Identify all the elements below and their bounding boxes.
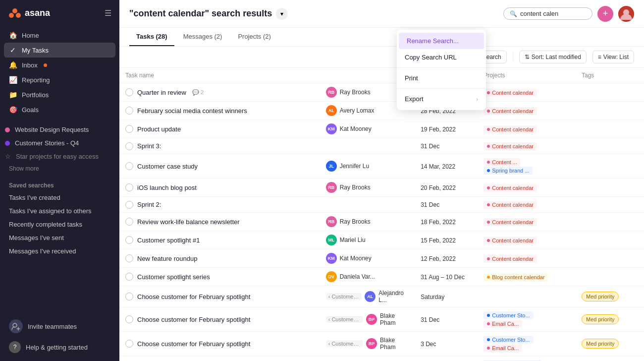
add-button[interactable]: + [597, 6, 613, 22]
projects-cell-14: Customer Stories... Email... [478, 356, 576, 361]
task-checkbox[interactable] [125, 315, 133, 323]
tags-cell-12: Med priority [576, 307, 644, 332]
assignee-cell-6 [320, 197, 415, 213]
task-checkbox[interactable] [125, 254, 133, 262]
task-checkbox[interactable] [125, 340, 133, 348]
project-tag-dot [487, 91, 490, 94]
assignee-avatar: JL [326, 161, 337, 172]
saved-search-sent[interactable]: Messages I've sent [0, 231, 119, 244]
task-checkbox[interactable] [125, 162, 133, 170]
saved-search-created[interactable]: Tasks I've created [0, 191, 119, 204]
task-checkbox[interactable] [125, 125, 133, 133]
check-icon: ✓ [9, 46, 17, 54]
portfolios-icon: 📁 [9, 91, 17, 99]
sidebar-item-home[interactable]: 🏠 Home [4, 28, 115, 43]
projects-cell-11 [478, 286, 576, 307]
sidebar-item-goals[interactable]: 🎯 Goals [4, 102, 115, 117]
invite-icon [9, 319, 23, 333]
view-button[interactable]: ≡ View: List [592, 51, 634, 63]
task-checkbox[interactable] [125, 88, 133, 96]
assignee-avatar: KM [326, 253, 337, 264]
sidebar-item-label: Home [22, 32, 39, 39]
task-checkbox[interactable] [125, 183, 133, 191]
hamburger-icon[interactable]: ☰ [105, 8, 111, 18]
project-tag: Spring brand ... [483, 167, 533, 175]
tags-cell-2 [576, 120, 644, 138]
sidebar-item-my-tasks[interactable]: ✓ My Tasks [4, 43, 115, 58]
project-tag: Content calendar [483, 107, 537, 115]
sidebar-item-customer-stories[interactable]: Customer Stories - Q4 [0, 136, 119, 150]
task-checkbox[interactable] [125, 107, 133, 115]
tags-cell-5 [576, 179, 644, 197]
invite-teammates-button[interactable]: Invite teammates [4, 315, 115, 337]
star-icon: ☆ [5, 153, 11, 160]
task-cell-4: Customer case study [119, 154, 320, 179]
saved-searches-title: Saved searches [0, 176, 119, 191]
table-row: Choose customer for February spotlight‹ … [119, 307, 644, 332]
dropdown-item-export[interactable]: Export › [397, 91, 486, 107]
assignee-cell-14: ‹ Customer sp›BP Blake Pham [320, 356, 415, 361]
project-tag: Content calendar [483, 218, 537, 226]
col-header-projects: Projects [478, 68, 576, 83]
sidebar-item-label: Goals [22, 106, 39, 114]
dropdown-item-rename[interactable]: Rename Search... [399, 33, 484, 49]
tab-messages[interactable]: Messages (2) [176, 28, 229, 46]
col-header-tags: Tags [576, 68, 644, 83]
sidebar-header: asana ☰ [0, 0, 119, 26]
title-dropdown-button[interactable]: ▾ [276, 8, 288, 20]
due-date-cell-9: 12 Feb, 2022 [415, 249, 478, 268]
projects-cell-8: Content calendar [478, 231, 576, 249]
project-color-dot [5, 141, 10, 146]
sort-icon: ⇅ [525, 54, 530, 60]
task-cell-10: Customer spotlight series [119, 268, 320, 286]
topbar: "content calendar" search results ▾ 🔍 + [119, 0, 644, 28]
due-date-cell-14: 11 Dec [415, 356, 478, 361]
assignee-avatar: RB [326, 216, 337, 227]
task-checkbox[interactable] [125, 236, 133, 244]
tags-cell-1 [576, 102, 644, 120]
task-checkbox[interactable] [125, 218, 133, 226]
task-cell-1: February social media contest winners [119, 102, 320, 120]
help-button[interactable]: ? Help & getting started [4, 337, 115, 357]
dropdown-item-print[interactable]: Print [397, 70, 486, 86]
task-checkbox[interactable] [125, 201, 133, 209]
project-tag-dot [487, 186, 490, 189]
dropdown-divider-2 [397, 88, 486, 89]
results-table-container: Task name Due date Projects Tags Quarter… [119, 68, 644, 361]
dropdown-item-copy-url[interactable]: Copy Search URL [397, 49, 486, 65]
tab-tasks[interactable]: Tasks (28) [129, 28, 174, 46]
toolbar-divider [513, 52, 513, 62]
task-cell-9: New feature roundup [119, 249, 320, 268]
project-tag-dot [487, 161, 490, 164]
sidebar-item-portfolios[interactable]: 📁 Portfolios [4, 87, 115, 102]
projects-cell-6: Content calendar [478, 197, 576, 213]
project-tag-dot [487, 221, 490, 224]
table-row: Sprint 3:31 Dec Content calendar [119, 138, 644, 154]
show-more-button[interactable]: Show more [0, 163, 119, 176]
due-date-cell-8: 15 Feb, 2022 [415, 231, 478, 249]
project-tag-dot [487, 145, 490, 148]
results-table: Task name Due date Projects Tags Quarter… [119, 68, 644, 361]
task-checkbox[interactable] [125, 142, 133, 150]
asana-logo[interactable]: asana [8, 6, 50, 20]
sidebar-item-reporting[interactable]: 📈 Reporting [4, 72, 115, 87]
sidebar-item-inbox[interactable]: 🔔 Inbox [4, 58, 115, 72]
tab-projects[interactable]: Projects (2) [231, 28, 277, 46]
saved-search-assigned[interactable]: Tasks I've assigned to others [0, 204, 119, 218]
sort-button[interactable]: ⇅ Sort: Last modified [519, 51, 587, 63]
task-checkbox[interactable] [125, 273, 133, 281]
table-row: Choose customer for February spotlight‹ … [119, 286, 644, 307]
sidebar-item-website-design[interactable]: Website Design Requests [0, 123, 119, 136]
saved-search-received[interactable]: Messages I've received [0, 244, 119, 258]
search-input[interactable] [520, 10, 580, 17]
saved-search-completed[interactable]: Recently completed tasks [0, 218, 119, 231]
projects-cell-13: Customer Sto... Email Ca... [478, 332, 576, 356]
user-avatar[interactable] [618, 6, 634, 22]
sidebar-item-star-projects[interactable]: ☆ Star projects for easy access [0, 150, 119, 163]
projects-cell-3: Content calendar [478, 138, 576, 154]
projects-cell-1: Content calendar [478, 102, 576, 120]
project-label: Website Design Requests [15, 126, 89, 133]
assignee-cell-12: ‹ Customer sp›BP Blake Pham [320, 307, 415, 332]
toolbar: Refine search Save search ⇅ Sort: Last m… [119, 47, 644, 68]
task-checkbox[interactable] [125, 293, 133, 301]
